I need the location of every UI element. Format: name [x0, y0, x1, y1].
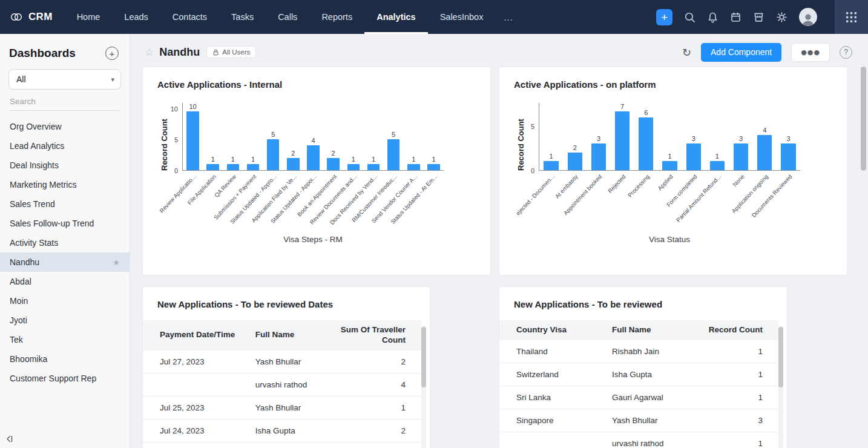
- nav-item-calls[interactable]: Calls: [266, 0, 309, 34]
- more-options-button[interactable]: ●●●: [791, 43, 830, 62]
- bar-value-label: 3: [786, 135, 790, 142]
- table-cell: Isha Gupta: [595, 363, 693, 386]
- nav-item-analytics[interactable]: Analytics: [364, 0, 427, 34]
- table-scrollbar-thumb[interactable]: [421, 327, 426, 387]
- sidebar-item-deal-insights[interactable]: Deal Insights: [0, 156, 130, 175]
- table-cell: 1: [693, 432, 778, 448]
- share-badge[interactable]: All Users: [206, 46, 256, 58]
- chart-bar-processing[interactable]: [639, 117, 653, 170]
- table-scrollbar[interactable]: [421, 326, 426, 448]
- chart-bar-rejected[interactable]: [615, 111, 630, 170]
- chart-bar-none[interactable]: [734, 143, 748, 170]
- bar-slot: 7: [611, 103, 634, 170]
- favorite-star-icon[interactable]: ☆: [145, 46, 154, 58]
- chart-bar-qa-review[interactable]: [227, 164, 240, 170]
- add-dashboard-button[interactable]: +: [105, 47, 119, 60]
- table-row[interactable]: Sri LankaGauri Agarwal1: [499, 386, 778, 409]
- search-icon[interactable]: [684, 12, 695, 23]
- sidebar-item-moin[interactable]: Moin: [0, 291, 130, 311]
- table-row[interactable]: ThailandRishabh Jain1: [499, 340, 778, 363]
- chart-bar-submission-payment[interactable]: [247, 164, 260, 170]
- chart-bar-review-applicatio[interactable]: [186, 111, 199, 170]
- chart-bar-appointment-booked[interactable]: [591, 143, 606, 170]
- table-cell: [143, 373, 238, 396]
- chart-bar-file-application[interactable]: [206, 164, 219, 170]
- table-cell: urvashi rathod: [238, 373, 337, 396]
- chart-bar-application-filed-by-ve[interactable]: [287, 158, 300, 170]
- chart-bar-rm-customer-introduc[interactable]: [387, 139, 400, 170]
- table-row[interactable]: Jul 21, 2023Sai vineeth3: [143, 442, 421, 448]
- sidebar-item-marketing-metrics[interactable]: Marketing Metrics: [0, 175, 130, 194]
- help-button[interactable]: ?: [840, 46, 852, 59]
- sidebar-item-sales-follow-up-trend[interactable]: Sales Follow-up Trend: [0, 214, 130, 233]
- main-scrollbar[interactable]: [861, 34, 866, 448]
- chart-bar-status-updated-at-em[interactable]: [427, 164, 440, 170]
- sidebar-item-abdal[interactable]: Abdal: [0, 272, 130, 291]
- sidebar-item-sales-trend[interactable]: Sales Trend: [0, 194, 130, 214]
- nav-item-contacts[interactable]: Contacts: [160, 0, 219, 34]
- add-component-button[interactable]: Add Component: [701, 43, 781, 62]
- y-tick-label: 0: [162, 167, 178, 174]
- chart-bar-ejected-documen[interactable]: [544, 161, 558, 170]
- sidebar-item-lead-analytics[interactable]: Lead Analytics: [0, 136, 130, 156]
- table-row[interactable]: SwitzerlandIsha Gupta1: [499, 363, 778, 386]
- chart-bar-application-ongoing[interactable]: [757, 135, 772, 170]
- chart-bar-book-an-appointment[interactable]: [327, 158, 340, 170]
- table-cell: Jul 27, 2023: [143, 351, 238, 374]
- dashboards-sidebar: Dashboards + All ▾ Org OverviewLead Anal…: [0, 34, 130, 448]
- zoho-crm-brand[interactable]: CRM: [0, 11, 65, 23]
- sidebar-item-jyoti[interactable]: Jyoti: [0, 311, 130, 330]
- table-row[interactable]: SingaporeYash Bhullar3: [499, 409, 778, 432]
- sidebar-item-activity-stats[interactable]: Activity Stats: [0, 233, 130, 252]
- chart-bar-applied[interactable]: [662, 161, 677, 170]
- table-header-row: Payment Date/Time Full Name Sum Of Trave…: [143, 320, 421, 351]
- calendar-icon[interactable]: [730, 12, 741, 23]
- chart-bar-review-documents-and[interactable]: [347, 164, 360, 170]
- nav-more-button[interactable]: ...: [495, 12, 522, 22]
- sidebar-item-org-overview[interactable]: Org Overview: [0, 117, 130, 136]
- notifications-bell-icon[interactable]: [707, 12, 718, 23]
- nav-item-salesinbox[interactable]: SalesInbox: [428, 0, 496, 34]
- bar-slot: 2: [563, 103, 587, 170]
- dashboard-list: Org OverviewLead AnalyticsDeal InsightsM…: [0, 117, 130, 388]
- chart-bar-send-vendor-courier-a[interactable]: [407, 164, 420, 170]
- table-row[interactable]: urvashi rathod1: [499, 432, 778, 448]
- table-row[interactable]: Jul 27, 2023Yash Bhullar2: [143, 351, 421, 374]
- dashboard-search-input[interactable]: [10, 97, 120, 106]
- table-row[interactable]: Jul 24, 2023Isha Gupta2: [143, 419, 421, 442]
- nav-item-leads[interactable]: Leads: [112, 0, 160, 34]
- chart-bar-form-completed[interactable]: [686, 143, 701, 170]
- nav-item-home[interactable]: Home: [65, 0, 113, 34]
- table-row[interactable]: urvashi rathod4: [143, 373, 421, 396]
- chart-bar-at-embassy[interactable]: [568, 153, 582, 170]
- marketplace-icon[interactable]: [753, 12, 764, 23]
- sidebar-item-bhoomika[interactable]: Bhoomika: [0, 349, 130, 369]
- chart-bar-partial-amount-refund[interactable]: [710, 161, 725, 170]
- dashboard-filter-dropdown[interactable]: All ▾: [8, 69, 121, 90]
- favorite-star-icon[interactable]: ★: [113, 258, 120, 267]
- nav-item-reports[interactable]: Reports: [309, 0, 364, 34]
- sidebar-item-customer-support-rep[interactable]: Customer Support Rep: [0, 369, 130, 388]
- main-scrollbar-thumb[interactable]: [861, 67, 866, 171]
- chart-bar-status-updated-appoi[interactable]: [307, 145, 320, 170]
- chart-bar-documents-reviewed[interactable]: [781, 143, 795, 170]
- table-scrollbar-thumb[interactable]: [778, 327, 783, 387]
- chart-plot-area: 051010111524211511: [182, 103, 444, 171]
- user-avatar[interactable]: [799, 8, 817, 26]
- sidebar-item-tek[interactable]: Tek: [0, 330, 130, 349]
- sidebar-item-label: Sales Follow-up Trend: [10, 219, 94, 228]
- sidebar-item-nandhu[interactable]: Nandhu★: [0, 252, 130, 272]
- x-category-label: File Application: [202, 171, 222, 231]
- chart-bar-status-updated-appro[interactable]: [267, 139, 280, 170]
- quick-create-button[interactable]: +: [656, 9, 672, 25]
- sidebar-collapse-icon[interactable]: [4, 433, 15, 444]
- apps-grid-icon[interactable]: [835, 0, 868, 34]
- table-row[interactable]: Jul 25, 2023Yash Bhullar1: [143, 396, 421, 419]
- chart-bar-docs-received-by-vend[interactable]: [367, 164, 380, 170]
- x-category-label: Status Updated - At Em...: [424, 171, 444, 231]
- refresh-icon[interactable]: ↻: [682, 46, 691, 59]
- nav-item-tasks[interactable]: Tasks: [219, 0, 266, 34]
- table-scrollbar[interactable]: [778, 326, 783, 448]
- chart-card-active-applications-on-platform: Active Applications - on platform Record…: [499, 67, 847, 275]
- settings-gear-icon[interactable]: [776, 12, 787, 23]
